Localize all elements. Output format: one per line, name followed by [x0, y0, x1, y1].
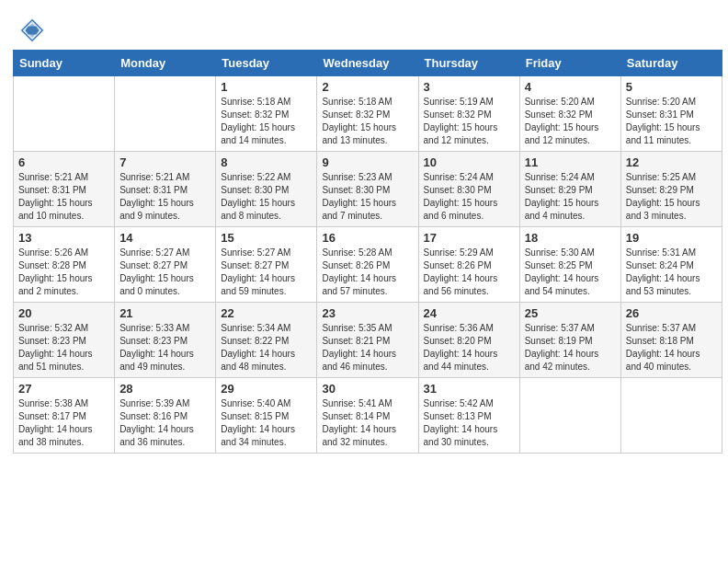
weekday-header: Wednesday	[317, 51, 418, 76]
day-number: 19	[626, 231, 717, 245]
day-number: 11	[525, 155, 616, 169]
day-number: 27	[18, 382, 109, 396]
calendar-cell: 29Sunrise: 5:40 AMSunset: 8:15 PMDayligh…	[216, 378, 317, 454]
day-number: 23	[322, 306, 413, 320]
day-info: Sunrise: 5:39 AMSunset: 8:16 PMDaylight:…	[119, 397, 210, 449]
day-number: 29	[221, 382, 312, 396]
day-info: Sunrise: 5:37 AMSunset: 8:19 PMDaylight:…	[525, 322, 616, 373]
day-info: Sunrise: 5:36 AMSunset: 8:20 PMDaylight:…	[424, 322, 515, 373]
day-number: 18	[525, 231, 616, 245]
day-info: Sunrise: 5:19 AMSunset: 8:32 PMDaylight:…	[424, 96, 515, 147]
calendar-cell: 22Sunrise: 5:34 AMSunset: 8:22 PMDayligh…	[216, 303, 317, 378]
day-info: Sunrise: 5:24 AMSunset: 8:30 PMDaylight:…	[424, 171, 515, 223]
day-number: 4	[525, 80, 616, 94]
calendar-cell: 23Sunrise: 5:35 AMSunset: 8:21 PMDayligh…	[317, 303, 418, 378]
day-info: Sunrise: 5:34 AMSunset: 8:22 PMDaylight:…	[221, 322, 312, 373]
day-number: 30	[322, 382, 413, 396]
day-info: Sunrise: 5:38 AMSunset: 8:17 PMDaylight:…	[18, 397, 109, 449]
day-info: Sunrise: 5:29 AMSunset: 8:26 PMDaylight:…	[424, 247, 515, 298]
day-info: Sunrise: 5:37 AMSunset: 8:18 PMDaylight:…	[626, 322, 717, 373]
day-info: Sunrise: 5:30 AMSunset: 8:25 PMDaylight:…	[525, 247, 616, 298]
calendar-cell: 28Sunrise: 5:39 AMSunset: 8:16 PMDayligh…	[115, 378, 216, 454]
day-info: Sunrise: 5:32 AMSunset: 8:23 PMDaylight:…	[18, 322, 109, 373]
calendar-cell: 14Sunrise: 5:27 AMSunset: 8:27 PMDayligh…	[115, 227, 216, 303]
weekday-header: Tuesday	[216, 51, 317, 76]
day-info: Sunrise: 5:26 AMSunset: 8:28 PMDaylight:…	[18, 247, 109, 298]
day-number: 9	[322, 155, 413, 169]
day-number: 17	[424, 231, 515, 245]
weekday-header: Monday	[115, 51, 216, 76]
day-number: 14	[119, 231, 210, 245]
day-info: Sunrise: 5:27 AMSunset: 8:27 PMDaylight:…	[221, 247, 312, 298]
day-info: Sunrise: 5:35 AMSunset: 8:21 PMDaylight:…	[322, 322, 413, 373]
day-info: Sunrise: 5:23 AMSunset: 8:30 PMDaylight:…	[322, 171, 413, 223]
day-number: 24	[424, 306, 515, 320]
day-info: Sunrise: 5:28 AMSunset: 8:26 PMDaylight:…	[322, 247, 413, 298]
calendar-cell: 30Sunrise: 5:41 AMSunset: 8:14 PMDayligh…	[317, 378, 418, 454]
calendar-cell: 16Sunrise: 5:28 AMSunset: 8:26 PMDayligh…	[317, 227, 418, 303]
calendar-cell: 18Sunrise: 5:30 AMSunset: 8:25 PMDayligh…	[519, 227, 620, 303]
day-info: Sunrise: 5:21 AMSunset: 8:31 PMDaylight:…	[119, 171, 210, 223]
calendar-cell: 10Sunrise: 5:24 AMSunset: 8:30 PMDayligh…	[418, 152, 519, 227]
day-info: Sunrise: 5:20 AMSunset: 8:31 PMDaylight:…	[626, 96, 717, 147]
calendar-cell: 13Sunrise: 5:26 AMSunset: 8:28 PMDayligh…	[14, 227, 115, 303]
calendar-cell	[14, 76, 115, 152]
calendar-cell: 27Sunrise: 5:38 AMSunset: 8:17 PMDayligh…	[14, 378, 115, 454]
page-header	[9, 9, 719, 50]
day-number: 5	[626, 80, 717, 94]
calendar-cell: 9Sunrise: 5:23 AMSunset: 8:30 PMDaylight…	[317, 152, 418, 227]
day-number: 7	[119, 155, 210, 169]
calendar-cell: 3Sunrise: 5:19 AMSunset: 8:32 PMDaylight…	[418, 76, 519, 152]
calendar-cell: 11Sunrise: 5:24 AMSunset: 8:29 PMDayligh…	[519, 152, 620, 227]
calendar-cell	[519, 378, 620, 454]
calendar-cell: 2Sunrise: 5:18 AMSunset: 8:32 PMDaylight…	[317, 76, 418, 152]
day-number: 16	[322, 231, 413, 245]
day-number: 13	[18, 231, 109, 245]
day-info: Sunrise: 5:33 AMSunset: 8:23 PMDaylight:…	[119, 322, 210, 373]
calendar-cell	[115, 76, 216, 152]
calendar-table: SundayMondayTuesdayWednesdayThursdayFrid…	[13, 50, 722, 454]
day-info: Sunrise: 5:31 AMSunset: 8:24 PMDaylight:…	[626, 247, 717, 298]
day-info: Sunrise: 5:42 AMSunset: 8:13 PMDaylight:…	[424, 397, 515, 449]
day-info: Sunrise: 5:25 AMSunset: 8:29 PMDaylight:…	[626, 171, 717, 223]
day-info: Sunrise: 5:18 AMSunset: 8:32 PMDaylight:…	[221, 96, 312, 147]
day-number: 21	[119, 306, 210, 320]
day-number: 22	[221, 306, 312, 320]
day-number: 12	[626, 155, 717, 169]
day-number: 26	[626, 306, 717, 320]
day-info: Sunrise: 5:22 AMSunset: 8:30 PMDaylight:…	[221, 171, 312, 223]
weekday-header: Friday	[519, 51, 620, 76]
calendar-cell: 24Sunrise: 5:36 AMSunset: 8:20 PMDayligh…	[418, 303, 519, 378]
calendar-header-row: SundayMondayTuesdayWednesdayThursdayFrid…	[14, 51, 722, 76]
calendar-week-row: 27Sunrise: 5:38 AMSunset: 8:17 PMDayligh…	[14, 378, 722, 454]
day-info: Sunrise: 5:21 AMSunset: 8:31 PMDaylight:…	[18, 171, 109, 223]
logo	[18, 17, 50, 44]
day-info: Sunrise: 5:24 AMSunset: 8:29 PMDaylight:…	[525, 171, 616, 223]
day-info: Sunrise: 5:20 AMSunset: 8:32 PMDaylight:…	[525, 96, 616, 147]
day-number: 15	[221, 231, 312, 245]
calendar-cell: 12Sunrise: 5:25 AMSunset: 8:29 PMDayligh…	[620, 152, 722, 227]
calendar-week-row: 20Sunrise: 5:32 AMSunset: 8:23 PMDayligh…	[14, 303, 722, 378]
logo-icon	[18, 17, 46, 44]
calendar-week-row: 1Sunrise: 5:18 AMSunset: 8:32 PMDaylight…	[14, 76, 722, 152]
calendar-cell: 21Sunrise: 5:33 AMSunset: 8:23 PMDayligh…	[115, 303, 216, 378]
weekday-header: Saturday	[620, 51, 722, 76]
day-number: 25	[525, 306, 616, 320]
day-info: Sunrise: 5:18 AMSunset: 8:32 PMDaylight:…	[322, 96, 413, 147]
calendar-cell: 1Sunrise: 5:18 AMSunset: 8:32 PMDaylight…	[216, 76, 317, 152]
day-info: Sunrise: 5:27 AMSunset: 8:27 PMDaylight:…	[119, 247, 210, 298]
calendar-cell: 5Sunrise: 5:20 AMSunset: 8:31 PMDaylight…	[620, 76, 722, 152]
day-number: 10	[424, 155, 515, 169]
weekday-header: Thursday	[418, 51, 519, 76]
day-number: 6	[18, 155, 109, 169]
day-number: 3	[424, 80, 515, 94]
day-info: Sunrise: 5:40 AMSunset: 8:15 PMDaylight:…	[221, 397, 312, 449]
calendar-cell: 15Sunrise: 5:27 AMSunset: 8:27 PMDayligh…	[216, 227, 317, 303]
day-number: 2	[322, 80, 413, 94]
calendar-cell: 17Sunrise: 5:29 AMSunset: 8:26 PMDayligh…	[418, 227, 519, 303]
day-number: 31	[424, 382, 515, 396]
calendar-cell: 8Sunrise: 5:22 AMSunset: 8:30 PMDaylight…	[216, 152, 317, 227]
day-number: 8	[221, 155, 312, 169]
calendar-cell: 6Sunrise: 5:21 AMSunset: 8:31 PMDaylight…	[14, 152, 115, 227]
day-number: 1	[221, 80, 312, 94]
